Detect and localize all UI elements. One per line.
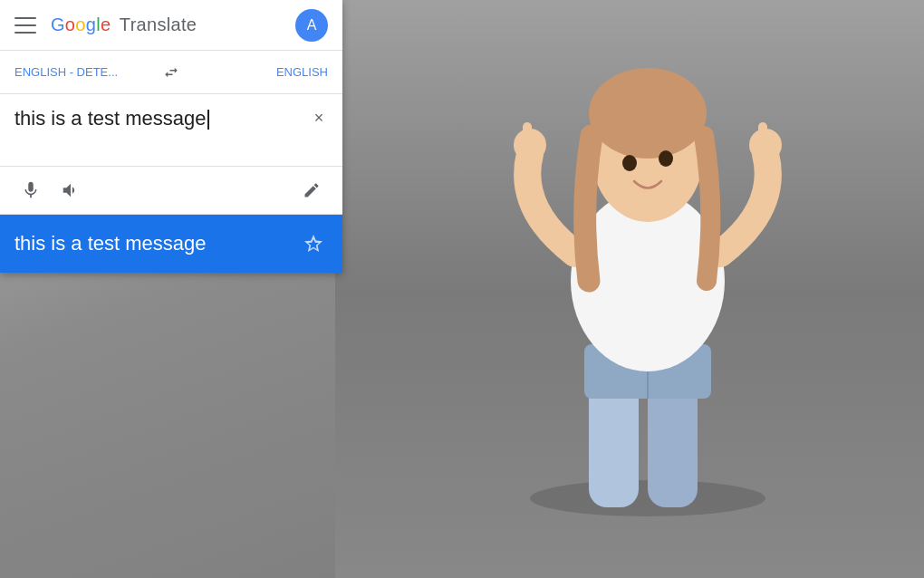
svg-rect-2 — [648, 381, 698, 507]
user-avatar[interactable]: A — [295, 9, 328, 42]
person-illustration — [444, 27, 852, 578]
target-language-button[interactable]: ENGLISH — [189, 65, 328, 79]
source-text-area[interactable]: this is a test message × — [0, 94, 342, 167]
translated-text: this is a test message — [14, 232, 299, 255]
translation-output-area: this is a test message — [0, 215, 342, 273]
clear-text-button[interactable]: × — [306, 105, 332, 130]
menu-button[interactable] — [14, 17, 36, 34]
text-cursor — [207, 110, 209, 130]
source-text: this is a test message — [14, 105, 328, 133]
svg-point-12 — [589, 68, 707, 159]
app-header: Google Translate A — [0, 0, 342, 51]
language-selector-bar: ENGLISH - DETE... ENGLISH — [0, 51, 342, 94]
hamburger-line-3 — [14, 32, 36, 34]
microphone-button[interactable] — [14, 174, 47, 207]
svg-rect-7 — [523, 122, 532, 149]
swap-languages-button[interactable] — [160, 62, 182, 83]
svg-point-14 — [659, 150, 673, 167]
hamburger-line-2 — [14, 24, 36, 26]
speaker-button[interactable] — [54, 174, 87, 207]
edit-button[interactable] — [295, 174, 328, 207]
input-controls-bar — [0, 167, 342, 215]
svg-rect-9 — [758, 122, 767, 149]
source-language-button[interactable]: ENGLISH - DETE... — [14, 65, 153, 79]
background-person-area — [335, 0, 924, 578]
svg-point-13 — [622, 155, 637, 171]
translate-app: Google Translate A ENGLISH - DETE... ENG… — [0, 0, 342, 273]
hamburger-line-1 — [14, 17, 36, 19]
favorite-button[interactable] — [299, 229, 328, 258]
svg-rect-1 — [589, 381, 639, 507]
logo-text: Google Translate — [51, 14, 197, 35]
logo: Google Translate — [51, 14, 295, 35]
